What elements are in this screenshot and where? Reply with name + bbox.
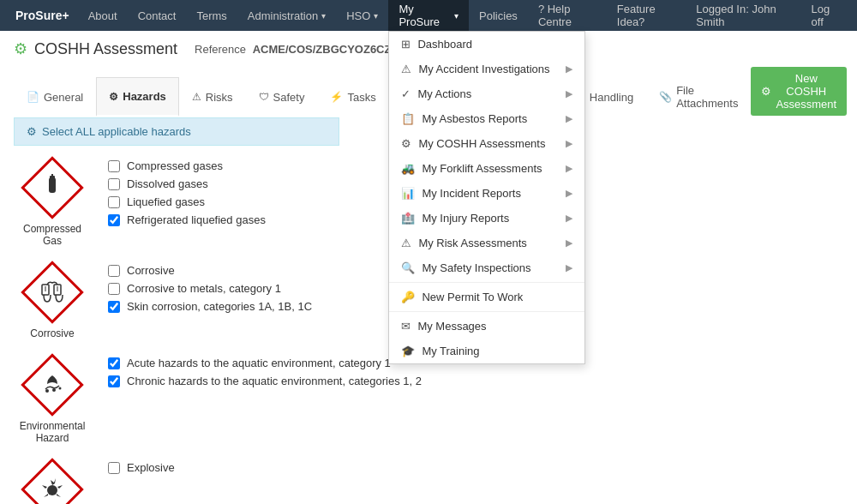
hazard-icon-col: Explosive [14,461,91,504]
corrosive-icon [40,279,64,306]
accident-icon: ⚠ [401,63,411,75]
chevron-right-icon: ▶ [566,163,572,174]
forklift-icon: 🚜 [401,162,415,175]
tab-attachments[interactable]: 📎 File Attachments [646,77,751,116]
chevron-right-icon: ▶ [566,113,572,124]
general-icon: 📄 [27,91,39,103]
nav-terms[interactable]: Terms [186,0,237,31]
safety-tab-icon: 🛡 [259,91,269,103]
permit-icon: 🔑 [401,291,415,303]
tab-general[interactable]: 📄 General [14,77,96,116]
dropdown-training[interactable]: 🎓 My Training [389,339,584,363]
svg-point-8 [52,388,56,392]
gear-icon: ⚙ [14,39,27,58]
svg-point-9 [59,387,62,389]
hazard-icon-col: Environmental Hazard [14,357,91,444]
select-all-icon: ⚙ [27,125,37,138]
hazard-item: Explosive [108,461,843,474]
chevron-right-icon: ▶ [566,138,572,149]
hazard-items-environmental: Acute hazards to the aquatic environment… [91,357,843,444]
nav-help[interactable]: ? Help Centre [528,0,607,31]
chevron-right-icon: ▶ [566,88,572,99]
nav-about[interactable]: About [78,0,128,31]
dropdown-permit[interactable]: 🔑 New Permit To Work [389,285,584,309]
tab-risks[interactable]: ⚠ Risks [179,77,246,116]
checkbox-refrigerated-gases[interactable] [108,214,120,226]
checkbox-explosive[interactable] [108,462,120,474]
myprosure-dropdown: ⊞ Dashboard ⚠ My Accident Investigations… [388,31,585,364]
chevron-right-icon: ▶ [566,188,572,199]
nav-policies[interactable]: Policies [469,0,528,31]
svg-point-10 [47,485,57,495]
dropdown-messages[interactable]: ✉ My Messages [389,314,584,339]
injury-icon: 🏥 [401,212,415,225]
dropdown-actions[interactable]: ✓ My Actions ▶ [389,81,584,106]
hazard-label-compressed-gas: Compressed Gas [14,223,91,247]
page-reference: Reference ACME/COS/ZBGCYOZ6CZ [195,43,391,56]
chevron-right-icon: ▶ [566,237,572,249]
chevron-right-icon: ▶ [566,63,572,75]
dropdown-incident[interactable]: 📊 My Incident Reports ▶ [389,181,584,206]
dropdown-accident-investigations[interactable]: ⚠ My Accident Investigations ▶ [389,57,584,81]
nav-administration[interactable]: Administration ▾ [237,0,336,31]
page-title: ⚙ COSHH Assessment [14,39,177,58]
hazard-items-explosive: Explosive [91,461,843,504]
hazard-item: Chronic hazards to the aquatic environme… [108,375,843,387]
safety-icon: 🔍 [401,261,415,274]
hazard-section-environmental: Environmental Hazard Acute hazards to th… [14,357,843,444]
checkbox-compressed-gases[interactable] [108,160,120,172]
dropdown-asbestos[interactable]: 📋 My Asbestos Reports ▶ [389,106,584,131]
new-assessment-icon: ⚙ [761,85,771,98]
hazard-icon-col: Corrosive [14,264,91,339]
checkbox-dissolved-gases[interactable] [108,178,120,190]
chevron-down-icon: ▾ [454,11,458,21]
hazard-label-environmental: Environmental Hazard [14,420,91,444]
nav-contact[interactable]: Contact [128,0,187,31]
dropdown-safety[interactable]: 🔍 My Safety Inspections ▶ [389,255,584,280]
tab-hazards[interactable]: ⚙ Hazards [96,77,179,117]
actions-icon: ✓ [401,87,411,100]
svg-point-7 [45,389,49,393]
dashboard-icon: ⊞ [401,38,411,51]
checkbox-acute-aquatic[interactable] [108,357,120,369]
tasks-icon: ⚡ [330,91,343,103]
hazard-icon-col: Compressed Gas [14,159,91,247]
tab-safety[interactable]: 🛡 Safety [246,77,318,116]
dropdown-injury[interactable]: 🏥 My Injury Reports ▶ [389,206,584,231]
explosive-icon [40,477,64,503]
chevron-right-icon: ▶ [566,213,572,224]
messages-icon: ✉ [401,320,411,333]
dropdown-divider [389,282,584,283]
checkbox-chronic-aquatic[interactable] [108,375,120,387]
dropdown-dashboard[interactable]: ⊞ Dashboard [389,32,584,57]
risks-icon: ⚠ [192,91,201,103]
dropdown-forklift[interactable]: 🚜 My Forklift Assessments ▶ [389,156,584,181]
svg-rect-0 [49,177,56,193]
checkbox-corrosive[interactable] [108,265,120,277]
compressed-gas-icon [42,174,63,202]
dropdown-coshh[interactable]: ⚙ My COSHH Assessments ▶ [389,131,584,156]
dropdown-divider2 [389,311,584,312]
environmental-icon [40,372,64,399]
tab-tasks[interactable]: ⚡ Tasks [317,77,388,116]
new-assessment-button[interactable]: ⚙ New COSHH Assessment [751,67,847,116]
nav-feature-idea[interactable]: Feature Idea? [607,0,686,31]
tabs-container: 📄 General ⚙ Hazards ⚠ Risks 🛡 Safety ⚡ T… [14,77,751,116]
select-all-bar[interactable]: ⚙ Select ALL applicable hazards [14,117,339,146]
nav-myprosure[interactable]: My ProSure ▾ ⊞ Dashboard ⚠ My Accident I… [388,0,469,31]
asbestos-icon: 📋 [401,112,415,125]
dropdown-risk[interactable]: ⚠ My Risk Assessments ▶ [389,231,584,255]
hazards-icon: ⚙ [109,91,118,103]
checkbox-corrosive-metals[interactable] [108,283,120,295]
attachments-icon: 📎 [659,91,672,103]
checkbox-skin-corrosion[interactable] [108,301,120,313]
nav-logoff[interactable]: Log off [801,0,850,31]
nav-hso[interactable]: HSO ▾ [336,0,388,31]
chevron-down-icon: ▾ [374,11,378,21]
training-icon: 🎓 [401,345,415,357]
top-nav: ProSure+ About Contact Terms Administrat… [0,0,857,31]
hazard-label-corrosive: Corrosive [30,327,74,339]
brand-logo[interactable]: ProSure+ [7,9,78,22]
checkbox-liquefied-gases[interactable] [108,196,120,208]
hazard-section-explosive: Explosive Explosive [14,461,843,504]
